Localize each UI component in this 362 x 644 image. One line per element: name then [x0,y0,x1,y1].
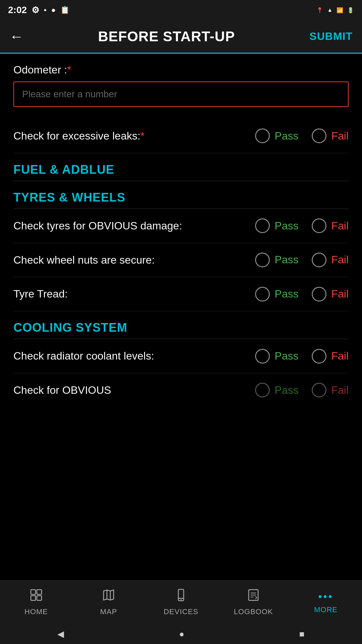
nav-label-more: MORE [314,605,338,614]
fail-label-tyre-tread: Fail [331,288,349,300]
status-right: 📍 ▲ 📶 🔋 [316,7,354,13]
pass-radio-leaks[interactable] [255,128,270,143]
pass-option-tyre-damage[interactable]: Pass [255,218,298,233]
section-tyres-wheels: TYRES & WHEELS [13,181,349,209]
nav-label-devices: DEVICES [164,607,198,616]
fail-label-wheel-nuts: Fail [331,254,349,266]
sys-home-button[interactable]: ● [179,629,184,639]
svg-point-8 [181,599,182,600]
section-fuel-adblue: FUEL & ADBLUE [13,153,349,181]
svg-rect-3 [37,596,42,600]
submit-button[interactable]: SUBMIT [309,30,353,43]
system-nav-bar: ◀ ● ■ [0,624,362,644]
nav-label-map: MAP [100,607,117,616]
status-left: 2:02 ⚙ ▪ ● 📋 [8,5,69,15]
fail-radio-leaks[interactable] [312,128,326,143]
clipboard-icon: 📋 [60,6,69,14]
check-row-excessive-leaks: Check for excessive leaks:* Pass Fail [13,119,349,153]
pass-option-obvious[interactable]: Pass [255,383,298,397]
required-star-leaks: * [140,130,144,142]
fail-radio-tyre-tread[interactable] [312,287,326,302]
fail-label-radiator-coolant: Fail [331,350,349,362]
check-row-wheel-nuts: Check wheel nuts are secure: Pass Fail [13,243,349,277]
check-label-tyre-tread: Tyre Tread: [13,286,255,302]
radio-group-tyre-tread: Pass Fail [255,287,349,302]
fail-option-leaks[interactable]: Fail [312,128,349,143]
page-title: BEFORE START-UP [98,29,235,45]
check-label-obvious: Check for OBVIOUS [13,383,255,398]
nav-item-more[interactable]: ••• MORE [290,590,362,614]
svg-rect-1 [37,590,42,594]
section-cooling-system: COOLING SYSTEM [13,311,349,339]
pass-radio-obvious[interactable] [255,383,270,397]
svg-rect-2 [31,596,36,600]
nav-item-home[interactable]: HOME [0,588,72,616]
nav-item-logbook[interactable]: LOGBOOK [217,588,290,616]
fail-radio-obvious[interactable] [312,383,326,397]
check-label-tyre-damage: Check tyres for OBVIOUS damage: [13,218,255,233]
main-content: Odometer :* Check for excessive leaks:* … [0,54,362,461]
nav-label-logbook: LOGBOOK [234,607,273,616]
signal-icon: 📶 [337,7,343,13]
nav-label-home: HOME [24,607,48,616]
pass-label-wheel-nuts: Pass [275,254,298,266]
home-icon [29,588,43,605]
nav-item-map[interactable]: MAP [72,588,145,616]
check-label-wheel-nuts: Check wheel nuts are secure: [13,253,255,268]
pass-radio-tyre-damage[interactable] [255,218,270,233]
pass-option-leaks[interactable]: Pass [255,128,298,143]
radio-group-wheel-nuts: Pass Fail [255,253,349,267]
odometer-input[interactable] [13,82,349,107]
radio-group-tyre-damage: Pass Fail [255,218,349,233]
required-star: * [67,64,71,76]
fail-radio-tyre-damage[interactable] [312,218,326,233]
radio-group-obvious: Pass Fail [255,383,349,397]
section-title-cooling: COOLING SYSTEM [13,321,127,334]
location-icon: 📍 [316,7,323,13]
pass-label-obvious: Pass [275,384,298,396]
pass-option-wheel-nuts[interactable]: Pass [255,253,298,267]
check-row-tyre-damage: Check tyres for OBVIOUS damage: Pass Fai… [13,209,349,243]
pass-radio-radiator-coolant[interactable] [255,349,270,364]
odometer-section: Odometer :* [13,64,349,119]
wifi-icon: ▲ [327,7,333,13]
fail-label-leaks: Fail [331,130,349,142]
fail-radio-wheel-nuts[interactable] [312,253,326,267]
svg-rect-0 [31,590,36,594]
pass-label-tyre-damage: Pass [275,220,298,232]
fail-option-tyre-tread[interactable]: Fail [312,287,349,302]
fail-option-radiator-coolant[interactable]: Fail [312,349,349,364]
section-title-tyres-wheels: TYRES & WHEELS [13,191,125,204]
pass-radio-tyre-tread[interactable] [255,287,270,302]
pass-option-tyre-tread[interactable]: Pass [255,287,298,302]
more-icon: ••• [318,590,334,603]
pass-option-radiator-coolant[interactable]: Pass [255,349,298,364]
square-icon: ▪ [44,6,47,14]
bottom-nav: HOME MAP DEVICES [0,580,362,624]
battery-icon: 🔋 [347,7,354,13]
check-row-obvious: Check for OBVIOUS Pass Fail [13,373,349,407]
sys-recent-button[interactable]: ■ [299,629,305,639]
devices-icon [174,588,188,605]
back-button[interactable]: ← [9,29,23,45]
check-label-radiator-coolant: Check radiator coolant levels: [13,348,255,364]
section-title-fuel-adblue: FUEL & ADBLUE [13,163,114,176]
fail-option-wheel-nuts[interactable]: Fail [312,253,349,267]
fail-radio-radiator-coolant[interactable] [312,349,326,364]
fail-option-tyre-damage[interactable]: Fail [312,218,349,233]
radio-group-radiator-coolant: Pass Fail [255,349,349,364]
sys-back-button[interactable]: ◀ [57,629,64,639]
odometer-label: Odometer :* [13,64,349,76]
check-row-tyre-tread: Tyre Tread: Pass Fail [13,277,349,311]
header: ← BEFORE START-UP SUBMIT [0,20,362,54]
pass-radio-wheel-nuts[interactable] [255,253,270,267]
pass-label-radiator-coolant: Pass [275,350,298,362]
nav-item-devices[interactable]: DEVICES [145,588,217,616]
pass-label-tyre-tread: Pass [275,288,298,300]
svg-rect-6 [178,589,184,601]
gear-icon: ⚙ [32,5,39,15]
check-row-radiator-coolant: Check radiator coolant levels: Pass Fail [13,339,349,373]
fail-option-obvious[interactable]: Fail [312,383,349,397]
circle-icon: ● [51,6,56,14]
logbook-icon [247,588,260,605]
